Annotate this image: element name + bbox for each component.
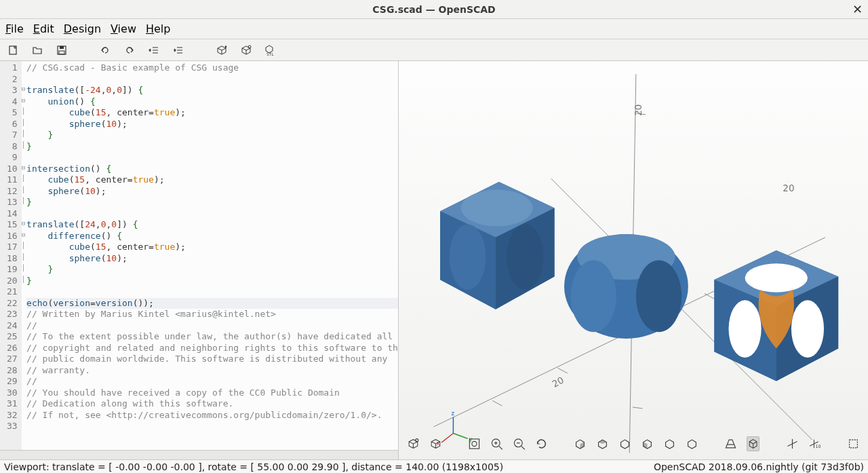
code-editor[interactable]: 1234567891011121314151617181920212223242… — [0, 61, 398, 450]
unindent-icon[interactable] — [146, 43, 161, 58]
render-view-icon[interactable] — [429, 436, 442, 451]
save-icon[interactable] — [54, 43, 69, 58]
preview-view-icon[interactable] — [407, 436, 420, 451]
axis-tick-y: 20 — [550, 375, 566, 390]
perspective-icon[interactable] — [724, 436, 737, 451]
axes-icon[interactable] — [786, 436, 799, 451]
shape-difference — [714, 250, 838, 381]
close-icon[interactable]: ✕ — [852, 2, 863, 16]
svg-point-23 — [507, 225, 543, 290]
svg-line-9 — [705, 294, 714, 299]
view-top-icon[interactable] — [596, 436, 609, 451]
svg-point-30 — [791, 300, 824, 358]
viewport-toolbar: 10 — [399, 434, 868, 454]
menu-edit[interactable]: Edit — [33, 22, 54, 35]
menu-file[interactable]: File — [5, 22, 24, 35]
view-front-icon[interactable] — [663, 436, 676, 451]
svg-point-33 — [472, 441, 477, 446]
svg-rect-46 — [849, 440, 857, 448]
svg-rect-32 — [470, 439, 479, 449]
orthographic-icon[interactable] — [747, 436, 760, 451]
shape-union — [440, 182, 554, 309]
menu-help[interactable]: Help — [146, 22, 170, 35]
svg-text:10: 10 — [815, 444, 821, 449]
viewport-scene: 20 20 20 z y x — [399, 61, 868, 459]
editor-pane: 1234567891011121314151617181920212223242… — [0, 61, 399, 459]
view-all-icon[interactable] — [468, 436, 481, 451]
axis-tick-z: 20 — [633, 105, 644, 116]
export-stl-icon[interactable]: STL — [263, 43, 278, 58]
view-right-icon[interactable] — [574, 436, 587, 451]
svg-line-11 — [557, 368, 567, 373]
svg-rect-3 — [59, 51, 64, 54]
window-title: CSG.scad — OpenSCAD — [372, 4, 495, 15]
editor-toolbar: STL — [0, 39, 868, 61]
preview-icon[interactable] — [214, 43, 229, 58]
svg-line-14 — [633, 407, 642, 409]
titlebar: CSG.scad — OpenSCAD ✕ — [0, 0, 868, 19]
svg-point-21 — [461, 190, 533, 227]
svg-point-26 — [571, 261, 616, 333]
menu-view[interactable]: View — [111, 22, 136, 35]
menu-design[interactable]: Design — [64, 22, 101, 35]
svg-text:z: z — [452, 410, 455, 417]
editor-horizontal-scrollbar[interactable] — [0, 450, 398, 459]
undo-icon[interactable] — [98, 43, 113, 58]
view-back-icon[interactable] — [686, 436, 698, 451]
zoom-out-icon[interactable] — [513, 436, 526, 451]
status-viewport: Viewport: translate = [ -0.00 -0.00 -0.0… — [4, 461, 503, 472]
menubar: File Edit Design View Help — [0, 19, 868, 39]
svg-rect-2 — [60, 46, 64, 49]
code-area[interactable]: // CSG.scad - Basic example of CSG usage… — [25, 61, 398, 450]
open-icon[interactable] — [30, 43, 45, 58]
zoom-in-icon[interactable] — [490, 436, 503, 451]
reset-view-icon[interactable] — [535, 436, 548, 451]
view-bottom-icon[interactable] — [618, 436, 631, 451]
svg-text:STL: STL — [267, 52, 274, 56]
svg-point-28 — [745, 263, 808, 292]
indent-icon[interactable] — [171, 43, 186, 58]
svg-point-29 — [728, 300, 761, 358]
axis-tick-x: 20 — [783, 183, 794, 193]
redo-icon[interactable] — [122, 43, 137, 58]
svg-line-12 — [492, 400, 502, 406]
svg-point-27 — [636, 261, 682, 333]
edges-icon[interactable] — [847, 436, 860, 451]
view-left-icon[interactable] — [641, 436, 654, 451]
status-version: OpenSCAD 2018.09.06.nightly (git 73d3f0b… — [654, 461, 864, 472]
statusbar: Viewport: translate = [ -0.00 -0.00 -0.0… — [0, 459, 868, 473]
scale-marker-icon[interactable]: 10 — [808, 436, 821, 451]
render-icon[interactable] — [239, 43, 254, 58]
svg-point-22 — [450, 225, 486, 290]
line-gutter: 1234567891011121314151617181920212223242… — [0, 61, 22, 450]
new-icon[interactable] — [5, 43, 20, 58]
svg-line-35 — [499, 447, 502, 450]
svg-line-39 — [521, 447, 525, 450]
shape-intersection — [564, 234, 688, 339]
3d-viewport[interactable]: 20 20 20 z y x — [399, 61, 868, 459]
